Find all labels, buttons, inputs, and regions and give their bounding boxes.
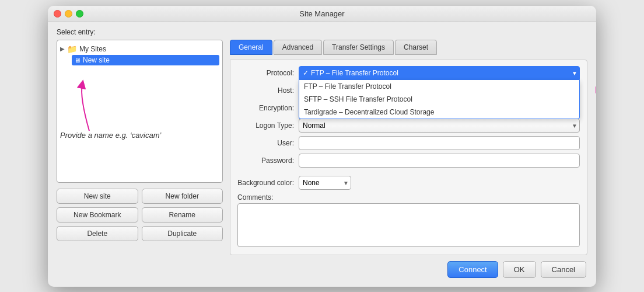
option-text: FTP – File Transfer Protocol <box>304 82 391 91</box>
tree-toggle-icon: ▶ <box>60 46 65 52</box>
delete-button[interactable]: Delete <box>57 226 138 241</box>
logon-select-wrapper: Normal ▼ <box>299 119 580 133</box>
titlebar-buttons <box>54 10 83 18</box>
user-input[interactable] <box>299 136 580 150</box>
protocol-selected-text: FTP – File Transfer Protocol <box>311 69 398 77</box>
folder-label: My Sites <box>79 45 106 53</box>
right-panel: General Advanced Transfer Settings Chars… <box>230 40 587 278</box>
ok-button[interactable]: OK <box>503 261 536 278</box>
tree-folder-row: ▶ 📁 My Sites <box>60 43 219 55</box>
protocol-label: Protocol: <box>237 69 299 77</box>
user-label: User: <box>237 139 299 147</box>
sftp-arrow-svg <box>596 85 596 95</box>
new-site-button[interactable]: New site <box>57 189 138 204</box>
protocol-selected[interactable]: ✓ FTP – File Transfer Protocol ▼ <box>299 66 580 80</box>
site-manager-window: Site Manager Select entry: ▶ 📁 My Sites … <box>48 6 596 287</box>
new-bookmark-button[interactable]: New Bookmark <box>57 207 138 223</box>
left-panel: ▶ 📁 My Sites 🖥 New site <box>57 40 223 278</box>
bg-color-select[interactable]: None <box>299 176 351 190</box>
encryption-label: Encryption: <box>237 104 299 112</box>
titlebar: Site Manager <box>48 6 596 22</box>
new-site-item[interactable]: 🖥 New site <box>72 55 219 65</box>
password-input[interactable] <box>299 154 580 168</box>
protocol-row: Protocol: ✓ FTP – File Transfer Protocol… <box>237 66 580 80</box>
protocol-option-tardigrade[interactable]: Tardigrade – Decentralized Cloud Storage <box>299 106 579 119</box>
sftp-annotation: Select SFTP <box>596 85 596 95</box>
cancel-button[interactable]: Cancel <box>541 261 586 278</box>
rename-button[interactable]: Rename <box>142 207 223 223</box>
main-content: ▶ 📁 My Sites 🖥 New site <box>57 40 587 278</box>
select-entry-label: Select entry: <box>57 28 587 36</box>
tree-area: ▶ 📁 My Sites 🖥 New site <box>57 40 223 183</box>
logon-label: Logon Type: <box>237 121 299 130</box>
new-folder-button[interactable]: New folder <box>142 189 223 204</box>
comments-label: Comments: <box>237 193 580 201</box>
window-body: Select entry: ▶ 📁 My Sites 🖥 New site <box>48 22 596 287</box>
tree-children: 🖥 New site <box>72 55 219 65</box>
form-area: Protocol: ✓ FTP – File Transfer Protocol… <box>230 60 587 255</box>
window-title: Site Manager <box>299 9 344 18</box>
protocol-container: ✓ FTP – File Transfer Protocol ▼ FTP – F… <box>299 66 580 80</box>
minimize-button[interactable] <box>65 10 72 18</box>
connect-button[interactable]: Connect <box>447 261 498 278</box>
password-label: Password: <box>237 157 299 165</box>
annotation-arrow-svg <box>72 75 113 134</box>
left-buttons: New site New folder New Bookmark Rename … <box>57 189 223 241</box>
protocol-option-ftp[interactable]: FTP – File Transfer Protocol <box>299 80 579 93</box>
bg-color-label: Background color: <box>237 179 299 187</box>
user-row: User: <box>237 136 580 150</box>
option-text: Tardigrade – Decentralized Cloud Storage <box>304 108 434 116</box>
logon-select[interactable]: Normal <box>299 119 580 133</box>
tab-advanced[interactable]: Advanced <box>274 40 322 55</box>
protocol-dropdown: FTP – File Transfer Protocol SFTP – SSH … <box>299 80 580 119</box>
bottom-bar: Connect OK Cancel <box>230 261 587 278</box>
check-icon: ✓ <box>303 69 309 77</box>
tab-general[interactable]: General <box>230 40 272 55</box>
spacer <box>237 171 580 176</box>
duplicate-button[interactable]: Duplicate <box>142 226 223 241</box>
option-text: SFTP – SSH File Transfer Protocol <box>304 95 412 103</box>
password-row: Password: <box>237 154 580 168</box>
host-label: Host: <box>237 86 299 95</box>
dropdown-arrow-icon: ▼ <box>572 69 578 76</box>
logon-row: Logon Type: Normal ▼ <box>237 119 580 133</box>
protocol-option-sftp[interactable]: SFTP – SSH File Transfer Protocol <box>299 93 579 106</box>
tab-transfer-settings[interactable]: Transfer Settings <box>323 40 394 55</box>
bg-color-wrapper: None ▼ <box>299 176 351 190</box>
bg-color-row: Background color: None ▼ <box>237 176 580 190</box>
name-annotation: Provide a name e.g. ‘cavicam’ <box>60 131 194 140</box>
tab-charset[interactable]: Charset <box>395 40 437 55</box>
maximize-button[interactable] <box>76 10 83 18</box>
site-icon: 🖥 <box>74 57 80 64</box>
tabs: General Advanced Transfer Settings Chars… <box>230 40 587 55</box>
site-label: New site <box>83 56 110 64</box>
comments-area: Comments: <box>237 193 580 249</box>
folder-icon: 📁 <box>67 44 77 54</box>
close-button[interactable] <box>54 10 61 18</box>
comments-textarea[interactable] <box>237 203 580 247</box>
